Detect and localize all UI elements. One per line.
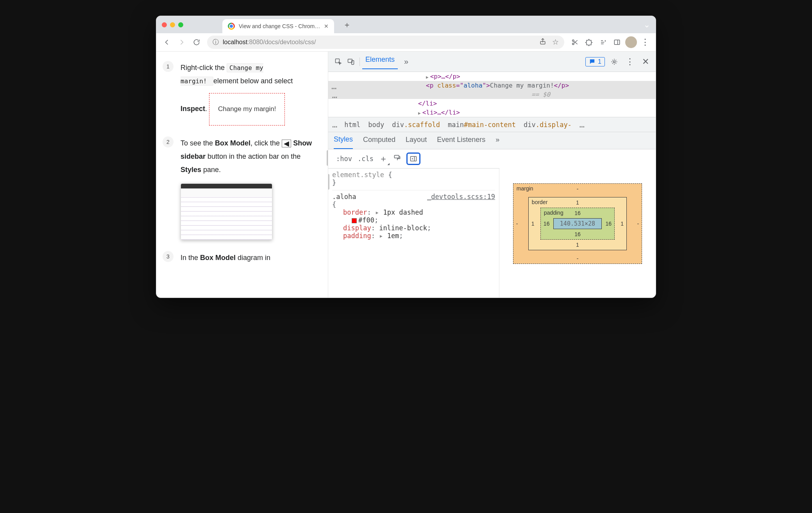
tab-strip: View and change CSS - Chrom… ✕ ＋ ⌄ — [156, 16, 656, 33]
svg-point-7 — [613, 61, 615, 63]
box-model-border[interactable]: border 1 1 1 1 padding 16 16 16 16 — [528, 197, 627, 250]
styles-lower: :hov .cls ＋◢ element.style { } .aloha _d… — [328, 149, 656, 298]
dom-tree[interactable]: <p>…</p> <p class="aloha">Change my marg… — [328, 72, 656, 117]
chrome-favicon-icon — [228, 23, 235, 30]
close-tab-icon[interactable]: ✕ — [324, 23, 329, 29]
side-panel-icon[interactable] — [610, 36, 624, 49]
instruction-step-2: 2 To see the Box Model, click the ◀ Show… — [163, 136, 317, 240]
svg-rect-3 — [614, 40, 619, 45]
url-display: localhost:8080/docs/devtools/css/ — [223, 39, 316, 46]
bookmark-icon[interactable]: ☆ — [552, 38, 559, 47]
reload-button[interactable] — [190, 36, 203, 49]
tabs-overflow-icon[interactable]: ⌄ — [644, 20, 650, 29]
devtools-header: Elements » 1 ⋮ ✕ — [328, 52, 656, 72]
paint-icon[interactable] — [393, 154, 401, 163]
device-toolbar-icon[interactable] — [345, 56, 357, 68]
css-source-link[interactable]: _devtools.scss:19 — [427, 193, 495, 201]
tab-title: View and change CSS - Chrom… — [239, 23, 320, 29]
instruction-step-1: 1 Right-click the Change my margin! elem… — [163, 61, 317, 126]
back-button[interactable] — [160, 36, 173, 49]
css-selector[interactable]: .aloha — [332, 193, 356, 201]
inspect-element-icon[interactable] — [332, 56, 345, 68]
scissors-icon[interactable] — [568, 36, 581, 49]
page-content: 1 Right-click the Change my margin! elem… — [156, 52, 328, 298]
breadcrumb-node[interactable]: div.display- — [524, 121, 572, 129]
svg-point-2 — [572, 43, 574, 45]
overflow-tabs-icon[interactable]: » — [404, 57, 408, 66]
breadcrumb-node[interactable]: main#main-content — [448, 121, 516, 129]
profile-avatar[interactable] — [624, 36, 638, 49]
browser-tab[interactable]: View and change CSS - Chrom… ✕ — [222, 19, 334, 33]
step-number: 3 — [163, 251, 173, 262]
devtools-settings-icon[interactable] — [608, 56, 621, 68]
step-number: 2 — [163, 136, 173, 147]
minimize-window-button[interactable] — [170, 22, 175, 27]
css-rules-pane[interactable]: element.style { } .aloha _devtools.scss:… — [328, 169, 499, 298]
new-tab-button[interactable]: ＋ — [341, 19, 353, 30]
breadcrumb-overflow-icon[interactable]: … — [579, 120, 584, 129]
screenshot-thumbnail[interactable] — [181, 183, 272, 240]
subtab-styles[interactable]: Styles — [334, 135, 353, 149]
example-target-element[interactable]: Change my margin! — [209, 93, 285, 125]
chrome-menu-icon[interactable]: ⋮ — [639, 36, 652, 49]
forward-button[interactable] — [175, 36, 188, 49]
svg-point-1 — [572, 40, 574, 41]
subtab-layout[interactable]: Layout — [406, 136, 427, 149]
cls-toggle[interactable]: .cls — [358, 155, 374, 163]
dom-node[interactable]: </li> — [418, 100, 437, 107]
dom-node-selected[interactable]: <p class="aloha">Change my margin!</p> — [328, 81, 656, 90]
share-icon[interactable] — [539, 38, 547, 47]
box-model-padding[interactable]: padding 16 16 16 16 140.531×28 — [540, 208, 615, 240]
add-rule-icon[interactable]: ＋◢ — [379, 153, 388, 165]
devtools-menu-icon[interactable]: ⋮ — [624, 56, 636, 68]
address-bar: ⓘ localhost:8080/docs/devtools/css/ ☆ ⋮ — [156, 33, 656, 51]
dom-selection-marker: == $0 — [328, 90, 656, 99]
svg-rect-8 — [394, 155, 399, 158]
close-window-button[interactable] — [162, 22, 167, 27]
box-model-content[interactable]: 140.531×28 — [553, 218, 602, 229]
extensions-icon[interactable] — [582, 36, 596, 49]
instruction-step-3: 3 In the Box Model diagram in — [163, 251, 317, 264]
color-swatch[interactable] — [352, 218, 357, 223]
subtab-computed[interactable]: Computed — [363, 136, 395, 149]
site-info-icon[interactable]: ⓘ — [213, 38, 219, 47]
breadcrumb-node[interactable]: html — [344, 121, 360, 129]
dom-node[interactable]: <li>…</li> — [422, 109, 460, 116]
styles-action-bar: :hov .cls ＋◢ — [328, 149, 499, 169]
breadcrumb-node[interactable]: div.scaffold — [392, 121, 440, 129]
toolbar-actions: ⋮ — [568, 36, 652, 49]
breadcrumb-overflow-icon[interactable]: … — [332, 120, 336, 129]
show-sidebar-button[interactable] — [406, 152, 420, 165]
styles-subtabs: Styles Computed Layout Event Listeners » — [328, 132, 656, 149]
subtab-event-listeners[interactable]: Event Listeners — [437, 136, 485, 149]
maximize-window-button[interactable] — [178, 22, 183, 27]
browser-window: View and change CSS - Chrom… ✕ ＋ ⌄ ⓘ loc… — [156, 16, 656, 298]
media-control-icon[interactable] — [596, 36, 610, 49]
devtools-close-icon[interactable]: ✕ — [639, 56, 652, 68]
svg-rect-9 — [410, 156, 416, 161]
dom-breadcrumb[interactable]: … html body div.scaffold main#main-conte… — [328, 117, 656, 132]
box-model-margin[interactable]: margin - - - - border 1 1 1 1 padding — [513, 183, 642, 264]
feedback-button[interactable]: 1 — [585, 57, 605, 66]
step-number: 1 — [163, 61, 173, 72]
show-sidebar-chip-icon: ◀ — [282, 140, 291, 147]
dom-node[interactable]: <p>…</p> — [430, 73, 460, 80]
hover-toggle[interactable]: :hov — [336, 155, 352, 163]
devtools-panel: Elements » 1 ⋮ ✕ <p>…</p> <p class="aloh… — [328, 52, 656, 298]
traffic-lights — [162, 22, 183, 27]
omnibox[interactable]: ⓘ localhost:8080/docs/devtools/css/ ☆ — [207, 36, 564, 49]
content-area: 1 Right-click the Change my margin! elem… — [156, 51, 656, 298]
tab-elements[interactable]: Elements — [362, 54, 398, 69]
subtab-overflow-icon[interactable]: » — [495, 136, 499, 149]
box-model-pane[interactable]: margin - - - - border 1 1 1 1 padding — [499, 149, 656, 298]
breadcrumb-node[interactable]: body — [368, 121, 384, 129]
